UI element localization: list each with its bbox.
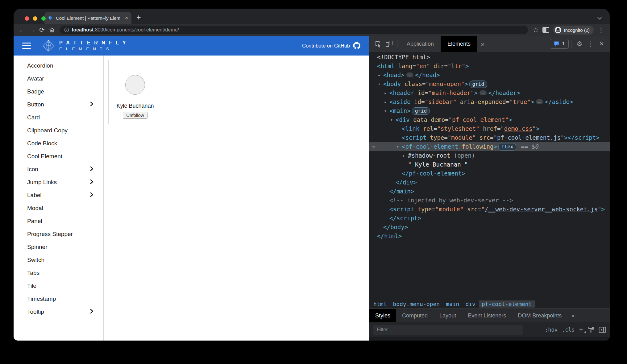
address-bar[interactable]: localhost:8000/components/cool-element/d… [60,26,528,34]
expand-ellipsis-button[interactable]: … [406,72,413,77]
dom-tree-row[interactable]: <script type="module" src="/__web-dev-se… [369,205,610,214]
devtools-tab-elements[interactable]: Elements [441,36,477,52]
sidebar-item-tile[interactable]: Tile [14,279,103,292]
sidebar-item-label[interactable]: Label [14,189,103,202]
sidebar-item-progress-stepper[interactable]: Progress Stepper [14,228,103,241]
dom-tree-row[interactable]: ▸#shadow-root (open) [369,151,610,160]
home-button[interactable] [47,25,57,35]
dom-tree-row[interactable]: " Kyle Buchanan " [369,160,610,169]
forward-button[interactable]: → [27,25,37,35]
expand-arrow-icon[interactable]: ▸ [384,97,387,106]
sidebar-item-badge[interactable]: Badge [14,85,103,98]
breadcrumb-html[interactable]: html [371,300,389,308]
breadcrumb-div[interactable]: div [463,300,478,308]
inspect-element-icon[interactable] [372,38,384,49]
dom-tree-row[interactable]: </script> [369,214,610,223]
sidebar-item-tooltip[interactable]: Tooltip [14,305,103,318]
dom-tree-row[interactable]: <script type="module" src="pf-cool-eleme… [369,133,610,142]
hamburger-menu-icon[interactable] [22,43,31,49]
bookmark-star-icon[interactable]: ☆ [531,25,541,35]
device-toolbar-icon[interactable] [384,38,395,49]
sidebar-item-switch[interactable]: Switch [14,254,103,267]
more-panel-tabs-icon[interactable]: » [567,312,576,319]
issues-counter[interactable]: 1 [550,39,569,49]
toggle-hover-state[interactable]: :hov [545,327,558,333]
url-text[interactable]: localhost:8000/components/cool-element/d… [72,27,179,33]
breadcrumb-pf-cool-element[interactable]: pf-cool-element [479,300,535,308]
close-window-button[interactable] [25,16,29,21]
sidebar-item-tabs[interactable]: Tabs [14,267,103,279]
panel-tab-event-listeners[interactable]: Event Listeners [462,309,512,322]
sidebar-item-spinner[interactable]: Spinner [14,241,103,254]
rendering-emulation-icon[interactable] [588,326,594,333]
dom-tree-row[interactable]: </div> [369,178,610,187]
sidebar-item-icon[interactable]: Icon [14,163,103,176]
sidebar-item-cool-element[interactable]: Cool Element [14,150,103,163]
dom-tree-row[interactable]: <html lang="en" dir="ltr"> [369,62,610,71]
dock-sidebar-icon[interactable] [599,327,606,333]
dom-tree-row[interactable]: ⋯▾<pf-cool-element following>flex == $0 [369,142,610,151]
devtools-menu-kebab-icon[interactable]: ⋮ [585,38,596,49]
dom-tree-row[interactable]: </pf-cool-element> [369,169,610,178]
layout-badge[interactable]: grid [412,107,430,115]
panel-tab-styles[interactable]: Styles [369,309,396,322]
dom-tree-row[interactable]: ▸<aside id="sidebar" aria-expanded="true… [369,97,610,106]
new-style-rule-button[interactable]: + [579,326,583,333]
minimize-window-button[interactable] [33,16,37,21]
close-devtools-icon[interactable]: ✕ [596,38,607,49]
contribute-github-link[interactable]: Contribute on GitHub [302,42,360,49]
expand-ellipsis-button[interactable]: … [536,99,543,104]
collapse-arrow-icon[interactable]: ▾ [390,115,393,124]
sidebar-item-code-block[interactable]: Code Block [14,137,103,150]
back-button[interactable]: ← [17,25,27,35]
side-panel-icon[interactable] [541,25,551,35]
sidebar-item-timestamp[interactable]: Timestamp [14,292,103,305]
devtools-tab-application[interactable]: Application [400,36,441,52]
styles-filter-input[interactable] [373,325,523,335]
sidebar-item-card[interactable]: Card [14,111,103,124]
page-info-icon[interactable] [64,27,69,32]
zoom-window-button[interactable] [41,16,46,21]
settings-gear-icon[interactable]: ⚙ [574,38,585,49]
dom-tree-row[interactable]: ▸<header id="main-header">…</header> [369,89,610,97]
sidebar-item-avatar[interactable]: Avatar [14,72,103,85]
unfollow-button[interactable]: Unfollow [123,112,147,119]
sidebar-item-button[interactable]: Button [14,98,103,111]
sidebar-item-clipboard-copy[interactable]: Clipboard Copy [14,124,103,137]
dom-tree-row[interactable]: ▾<body class="menu-open">grid [369,80,610,89]
breadcrumb-main[interactable]: main [443,300,462,308]
row-actions-icon[interactable]: ⋯ [372,142,375,151]
close-tab-icon[interactable]: ✕ [125,15,128,20]
dom-tree-row[interactable]: ▾<main>grid [369,106,610,115]
sidebar-item-accordion[interactable]: Accordion [14,59,103,72]
dom-tree-row[interactable]: ▸<head>…</head> [369,71,610,80]
panel-tab-layout[interactable]: Layout [434,309,462,322]
more-tabs-icon[interactable]: » [477,40,488,48]
patternfly-brand[interactable]: P A T T E R N F L Y E L E M E N T S [42,39,127,52]
collapse-arrow-icon[interactable]: ▾ [397,142,399,151]
expand-arrow-icon[interactable]: ▸ [378,71,380,80]
sidebar-item-modal[interactable]: Modal [14,202,103,215]
dom-tree-row[interactable]: </main> [369,187,610,196]
dom-tree-row[interactable]: </html> [369,232,610,241]
layout-badge[interactable]: grid [469,81,488,88]
sidebar-item-panel[interactable]: Panel [14,215,103,228]
panel-tab-dom-breakpoints[interactable]: DOM Breakpoints [512,309,567,322]
collapse-arrow-icon[interactable]: ▾ [378,80,380,89]
dom-tree-row[interactable]: </body> [369,223,610,232]
expand-arrow-icon[interactable]: ▸ [384,89,387,97]
dom-tree-row[interactable]: <!-- injected by web-dev-server --> [369,196,610,205]
layout-badge[interactable]: flex [498,143,517,151]
breadcrumb-body.menu-open[interactable]: body.menu-open [390,300,442,308]
dom-tree-row[interactable]: <!DOCTYPE html> [369,53,610,62]
reload-button[interactable]: ⟳ [37,25,47,35]
collapse-arrow-icon[interactable]: ▾ [384,106,387,115]
sidebar-item-jump-links[interactable]: Jump Links [14,176,103,189]
toggle-classes[interactable]: .cls [562,327,575,333]
new-tab-button[interactable]: + [136,14,141,21]
browser-tab[interactable]: Cool Element | PatternFly Elem ✕ [44,12,131,24]
browser-menu-kebab-icon[interactable]: ⋮ [596,25,606,35]
panel-tab-computed[interactable]: Computed [396,309,434,322]
dom-tree-row[interactable]: ▾<div data-demo="pf-cool-element"> [369,115,610,124]
expand-arrow-icon[interactable]: ▸ [403,151,405,160]
